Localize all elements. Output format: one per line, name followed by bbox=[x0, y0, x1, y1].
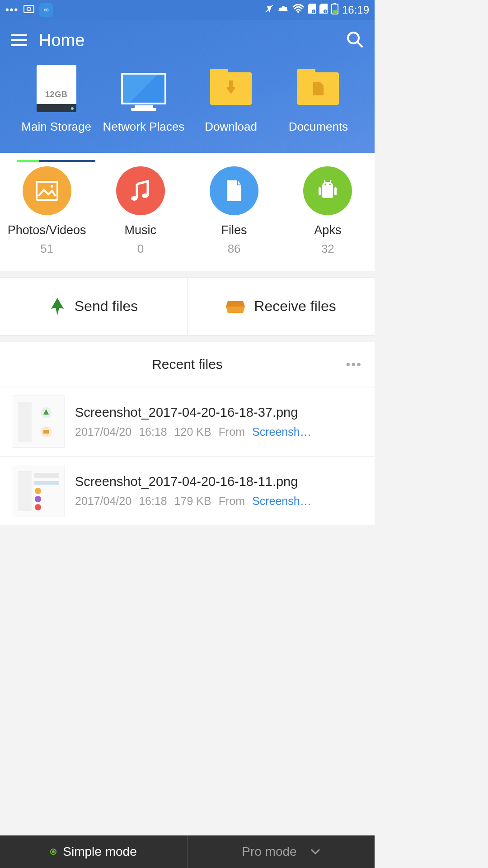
send-files-button[interactable]: Send files bbox=[0, 278, 187, 335]
category-count: 86 bbox=[228, 242, 241, 256]
svg-line-20 bbox=[324, 180, 325, 183]
category-label: Apks bbox=[314, 223, 341, 237]
category-files[interactable]: Files 86 bbox=[188, 166, 281, 256]
recent-title: Recent files bbox=[152, 357, 223, 372]
folder-download-icon bbox=[210, 72, 252, 105]
svg-rect-0 bbox=[24, 5, 34, 13]
svg-text:!: ! bbox=[325, 9, 326, 14]
storage-item-network[interactable]: Network Places bbox=[100, 66, 187, 135]
file-meta: 2017/04/20 16:18 120 KB From Screensh… bbox=[75, 425, 362, 439]
storage-item-documents[interactable]: Documents bbox=[275, 66, 362, 135]
photo-icon bbox=[23, 166, 71, 215]
category-label: Files bbox=[221, 223, 247, 237]
category-count: 32 bbox=[321, 242, 334, 256]
app-icon: ∞ bbox=[39, 3, 53, 17]
file-icon bbox=[210, 166, 258, 215]
svg-point-33 bbox=[35, 488, 41, 494]
svg-rect-10 bbox=[333, 10, 337, 13]
svg-rect-18 bbox=[319, 187, 321, 195]
svg-rect-14 bbox=[37, 182, 57, 200]
category-photos[interactable]: Photos/Videos 51 bbox=[0, 166, 94, 256]
cloud-icon bbox=[278, 4, 289, 16]
receive-icon bbox=[226, 299, 245, 314]
category-row: Photos/Videos 51 Music 0 Files 86 Apks 3… bbox=[0, 153, 375, 271]
svg-rect-19 bbox=[334, 187, 337, 195]
camera-icon bbox=[23, 4, 35, 16]
file-row[interactable]: Screenshot_2017-04-20-16-18-37.png 2017/… bbox=[0, 387, 375, 456]
mute-icon bbox=[264, 4, 274, 16]
storage-label: Main Storage bbox=[21, 119, 91, 135]
music-icon bbox=[116, 166, 165, 215]
status-dots-icon: ••• bbox=[5, 4, 19, 16]
svg-rect-13 bbox=[229, 80, 233, 89]
file-source[interactable]: Screensh… bbox=[252, 425, 311, 439]
header: Home 12GB Main Storage Network Plac bbox=[0, 20, 375, 153]
battery-icon bbox=[331, 3, 338, 17]
svg-point-3 bbox=[297, 11, 299, 13]
storage-item-download[interactable]: Download bbox=[188, 66, 275, 135]
storage-label: Network Places bbox=[103, 119, 185, 135]
svg-line-12 bbox=[357, 42, 362, 47]
recent-files-section: Recent files ••• Screenshot_2017-04-20-1… bbox=[0, 342, 375, 525]
wifi-icon bbox=[292, 4, 304, 16]
svg-point-34 bbox=[35, 496, 41, 502]
svg-text:!: ! bbox=[313, 9, 314, 14]
category-count: 0 bbox=[137, 242, 144, 256]
category-music[interactable]: Music 0 bbox=[94, 166, 187, 256]
file-name: Screenshot_2017-04-20-16-18-11.png bbox=[75, 474, 362, 489]
sim2-icon: ! bbox=[319, 4, 328, 16]
svg-rect-25 bbox=[18, 402, 32, 442]
more-icon[interactable]: ••• bbox=[346, 357, 362, 372]
svg-line-21 bbox=[330, 180, 331, 183]
folder-documents-icon bbox=[297, 72, 339, 105]
status-time: 16:19 bbox=[342, 4, 369, 16]
transfer-row: Send files Receive files bbox=[0, 278, 375, 335]
svg-point-1 bbox=[27, 7, 31, 11]
storage-progress bbox=[17, 160, 95, 162]
file-row[interactable]: Screenshot_2017-04-20-16-18-11.png 2017/… bbox=[0, 456, 375, 525]
hdd-icon: 12GB bbox=[37, 65, 76, 112]
file-source[interactable]: Screensh… bbox=[252, 495, 311, 508]
svg-rect-28 bbox=[43, 430, 49, 434]
monitor-icon bbox=[121, 73, 166, 104]
category-apks[interactable]: Apks 32 bbox=[281, 166, 375, 256]
svg-point-15 bbox=[51, 185, 53, 188]
category-label: Photos/Videos bbox=[8, 223, 86, 237]
file-name: Screenshot_2017-04-20-16-18-37.png bbox=[75, 405, 362, 420]
storage-item-main[interactable]: 12GB Main Storage bbox=[13, 66, 100, 135]
search-icon[interactable] bbox=[346, 30, 364, 50]
sim1-icon: ! bbox=[308, 4, 316, 16]
svg-rect-32 bbox=[34, 481, 59, 485]
svg-rect-30 bbox=[18, 471, 32, 511]
android-icon bbox=[303, 166, 352, 215]
file-thumbnail bbox=[13, 396, 65, 448]
send-icon bbox=[49, 297, 66, 316]
svg-rect-9 bbox=[333, 3, 336, 4]
svg-point-23 bbox=[329, 184, 331, 185]
category-count: 51 bbox=[40, 242, 53, 256]
status-bar: ••• ∞ ! ! 16:19 bbox=[0, 0, 375, 20]
svg-rect-31 bbox=[34, 473, 59, 478]
file-thumbnail bbox=[13, 465, 65, 517]
svg-point-35 bbox=[35, 504, 41, 510]
storage-label: Documents bbox=[289, 119, 348, 135]
svg-point-17 bbox=[142, 193, 148, 198]
page-title: Home bbox=[39, 31, 346, 50]
storage-label: Download bbox=[205, 119, 257, 135]
menu-icon[interactable] bbox=[11, 34, 27, 46]
svg-point-22 bbox=[325, 184, 327, 185]
file-meta: 2017/04/20 16:18 179 KB From Screensh… bbox=[75, 495, 362, 508]
svg-point-16 bbox=[131, 196, 137, 201]
receive-files-button[interactable]: Receive files bbox=[187, 278, 375, 335]
category-label: Music bbox=[125, 223, 157, 237]
